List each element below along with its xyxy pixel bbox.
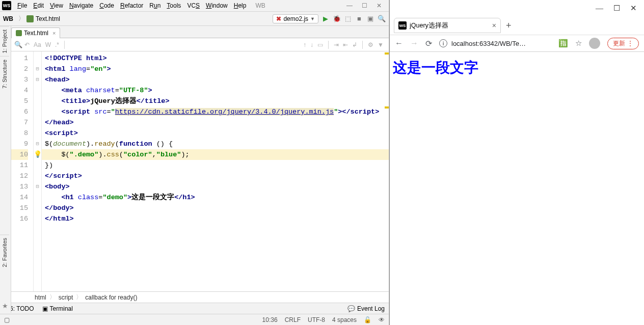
terminal-icon: ▣: [42, 305, 48, 312]
match-case-icon[interactable]: Aa: [34, 41, 41, 48]
inspector-icon[interactable]: 👁: [379, 316, 385, 323]
nav-project[interactable]: WB: [3, 15, 13, 22]
menu-view[interactable]: View: [47, 1, 66, 10]
menu-refactor[interactable]: Refactor: [117, 1, 146, 10]
search-icon[interactable]: 🔍: [14, 41, 22, 48]
search-everywhere-icon[interactable]: 🔍: [378, 15, 386, 23]
browser-toolbar: ← → ⟳ i localhost:63342/WB/Te… 🈯 ☆ 更新⋮: [390, 35, 644, 52]
browser-tab-strip: WS jQuery选择器 × +: [390, 16, 644, 35]
close-icon[interactable]: ✕: [630, 4, 637, 13]
settings-icon[interactable]: ⚙: [368, 41, 373, 48]
left-toolwindow-strip: 1: Project 7: Structure 2: Favorites ★: [0, 26, 11, 313]
menu-run[interactable]: Run: [146, 1, 164, 10]
lock-icon[interactable]: 🔓: [364, 316, 371, 323]
crumb-callback[interactable]: callback for ready(): [85, 294, 137, 301]
menu-navigate[interactable]: Navigate: [66, 1, 96, 10]
outdent-icon[interactable]: ⇤: [343, 41, 348, 48]
layout-icon[interactable]: ▣: [366, 15, 374, 23]
error-icon: ✖: [276, 15, 281, 22]
run-config-name: demo2.js: [283, 15, 308, 22]
address-bar[interactable]: i localhost:63342/WB/Te…: [439, 39, 551, 47]
navigation-bar: WB 〉 Text.html ✖ demo2.js ▼ ▶ 🐞 ⬚ ■ ▣ 🔍: [0, 12, 389, 26]
code-editor[interactable]: 12345678910111213141516 ⊟⊟⊟💡⊟ <!DOCTYPE …: [11, 51, 389, 291]
crumb-html[interactable]: html: [35, 294, 46, 301]
status-indent[interactable]: 4 spaces: [332, 316, 357, 323]
close-tab-icon[interactable]: ×: [52, 30, 56, 36]
run-config-selector[interactable]: ✖ demo2.js ▼: [273, 14, 318, 23]
status-line-sep[interactable]: CRLF: [285, 316, 301, 323]
status-caret-pos[interactable]: 10:36: [262, 316, 278, 323]
chevron-down-icon: ▼: [310, 16, 315, 21]
webstorm-logo-icon: WS: [2, 1, 11, 10]
debug-icon[interactable]: 🐞: [333, 15, 341, 23]
browser-tab[interactable]: WS jQuery选择器 ×: [394, 18, 501, 33]
chevron-right-icon: 〉: [76, 293, 82, 302]
browser-viewport: 这是一段文字: [390, 52, 644, 325]
line-number-gutter: 12345678910111213141516: [11, 51, 34, 291]
menu-edit[interactable]: Edit: [30, 1, 47, 10]
arrow-up-icon[interactable]: ↑: [303, 41, 306, 48]
site-info-icon[interactable]: i: [439, 39, 447, 47]
toolwindow-eventlog[interactable]: 💬Event Log: [347, 305, 385, 312]
toolwindow-terminal[interactable]: ▣Terminal: [42, 305, 73, 312]
status-encoding[interactable]: UTF-8: [308, 316, 325, 323]
menu-vcs[interactable]: VCS: [184, 1, 203, 10]
bottom-toolwindow-strip: ≡6: TODO ▣Terminal 💬Event Log: [0, 303, 389, 314]
select-icon[interactable]: ▭: [317, 41, 323, 48]
close-tab-icon[interactable]: ×: [492, 21, 496, 30]
breadcrumb: html 〉 script 〉 callback for ready(): [11, 291, 389, 303]
menu-help[interactable]: Help: [231, 1, 250, 10]
maximize-icon[interactable]: ☐: [362, 2, 367, 9]
reload-icon[interactable]: ⟳: [425, 39, 432, 48]
editor-tab-text-html[interactable]: Text.html ×: [11, 28, 60, 38]
bubble-icon: 💬: [347, 305, 355, 312]
undo-icon[interactable]: ↶: [24, 41, 30, 48]
crumb-script[interactable]: script: [59, 294, 73, 301]
bookmark-icon[interactable]: ☆: [575, 39, 582, 48]
filter-icon[interactable]: ▼: [378, 41, 384, 48]
translate-icon[interactable]: 🈯: [558, 39, 568, 48]
forward-icon[interactable]: →: [410, 39, 418, 48]
maximize-icon[interactable]: ☐: [613, 4, 620, 13]
url-text: localhost:63342/WB/Te…: [451, 40, 526, 47]
page-heading: 这是一段文字: [393, 58, 641, 77]
star-icon[interactable]: ★: [2, 302, 8, 310]
indent-icon[interactable]: ⇥: [334, 41, 339, 48]
arrow-down-icon[interactable]: ↓: [310, 41, 313, 48]
error-stripe: [384, 51, 389, 291]
warning-marker[interactable]: [385, 106, 389, 109]
html-file-icon: [16, 30, 22, 36]
browser-tab-title: jQuery选择器: [410, 21, 489, 30]
toolwindow-project[interactable]: 1: Project: [0, 26, 9, 56]
stop-icon[interactable]: ■: [355, 15, 363, 23]
chevron-right-icon: 〉: [18, 14, 24, 23]
code-content[interactable]: <!DOCTYPE html> <html lang="en"> <head> …: [42, 51, 389, 291]
wrap-icon[interactable]: ↲: [352, 41, 357, 48]
minimize-icon[interactable]: —: [346, 2, 353, 9]
menu-tools[interactable]: Tools: [164, 1, 184, 10]
ide-window: WS File Edit View Navigate Code Refactor…: [0, 0, 389, 325]
regex-icon[interactable]: .*: [55, 41, 59, 48]
close-icon[interactable]: ✕: [377, 2, 382, 9]
new-tab-button[interactable]: +: [504, 20, 514, 31]
menu-code[interactable]: Code: [96, 1, 117, 10]
html-file-icon: [26, 15, 34, 22]
toolwindow-favorites[interactable]: 2: Favorites: [0, 234, 9, 270]
intention-bulb-icon[interactable]: 💡: [34, 149, 41, 160]
menu-file[interactable]: File: [14, 1, 30, 10]
menu-window[interactable]: Window: [203, 1, 231, 10]
warning-marker[interactable]: [385, 52, 389, 55]
editor-tab-strip: Text.html ×: [0, 26, 389, 38]
words-icon[interactable]: W: [45, 41, 51, 48]
run-icon[interactable]: ▶: [321, 15, 330, 23]
toolwindow-structure[interactable]: 7: Structure: [0, 56, 9, 92]
browser-window: — ☐ ✕ WS jQuery选择器 × + ← → ⟳ i localhost…: [389, 0, 644, 325]
nav-file[interactable]: Text.html: [36, 15, 60, 22]
coverage-icon[interactable]: ⬚: [344, 15, 352, 23]
minimize-icon[interactable]: —: [596, 4, 603, 13]
profile-avatar-icon[interactable]: [589, 38, 600, 49]
favicon-icon: WS: [398, 21, 407, 30]
back-icon[interactable]: ←: [395, 39, 403, 48]
update-button[interactable]: 更新⋮: [607, 38, 639, 49]
status-window-icon[interactable]: ▢: [4, 316, 10, 323]
